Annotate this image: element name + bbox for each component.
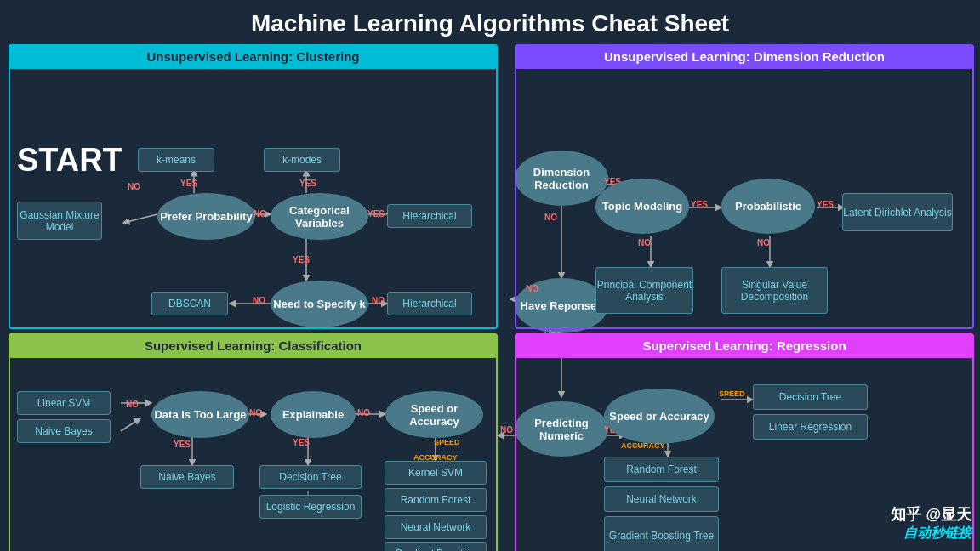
gradient-right-box: Gradient Boosting Tree <box>604 516 719 551</box>
label-yes-prob-right: YES <box>817 200 834 209</box>
gradient-left-box: Gradient Boosting Tree <box>385 542 487 551</box>
naive-bayes-out-box: Naive Bayes <box>140 465 234 489</box>
watermark-line2: 自动秒链接 <box>891 525 971 542</box>
regression-header: Supervised Learning: Regression <box>515 333 974 358</box>
logistic-reg-box: Logistic Regression <box>259 495 362 519</box>
data-too-large-oval: Data Is Too Large <box>151 391 249 438</box>
hierarchical2-box: Hierarchical <box>387 292 472 315</box>
clustering-header: Unsupervised Learning: Clustering <box>9 44 498 69</box>
speed-accuracy-left-oval: Speed or Accuracy <box>385 391 483 438</box>
kernel-svm-box: Kernel SVM <box>385 461 487 485</box>
label-accuracy-down: ACCURACY <box>413 453 458 462</box>
kmeans-box: k-means <box>138 148 214 172</box>
label-no-data-right: NO <box>249 408 262 418</box>
need-specify-oval: Need to Specify k <box>271 281 368 327</box>
random-forest-right-box: Random Forest <box>604 457 719 482</box>
dbscan-box: DBSCAN <box>151 292 228 315</box>
label-speed-regression: SPEED <box>719 389 745 398</box>
prefer-prob-oval: Prefer Probability <box>157 193 255 240</box>
linear-regression-box: Linear Regression <box>753 414 868 440</box>
label-no-prefer-right: NO <box>254 209 266 219</box>
speed-accuracy-right-oval: Speed or Accuracy <box>604 389 715 444</box>
label-yes-data-down: YES <box>174 440 191 449</box>
label-accuracy-regression: ACCURACY <box>621 441 665 450</box>
gaussian-box: Gaussian Mixture Model <box>17 202 102 240</box>
explainable-oval: Explainable <box>271 391 356 438</box>
topic-modeling-oval: Topic Modeling <box>595 179 689 234</box>
clustering-section-border <box>9 44 498 329</box>
hierarchical1-box: Hierarchical <box>387 204 472 228</box>
label-yes-cat-right: YES <box>368 209 385 219</box>
label-no-prefer-left: NO <box>128 182 140 191</box>
label-no-need-left: NO <box>253 296 265 305</box>
categorical-oval: Categorical Variables <box>271 193 368 240</box>
label-yes-prefer-up: YES <box>180 179 197 188</box>
label-no-data-left: NO <box>126 400 139 409</box>
decision-tree-right-box: Decision Tree <box>753 384 868 410</box>
label-no-prob-down: NO <box>757 238 770 247</box>
watermark-line1: 知乎 @显天 <box>891 504 971 525</box>
svd-box: Singular Value Decomposition <box>721 267 828 314</box>
label-speed-right: SPEED <box>434 438 460 446</box>
label-yes-topic-right: YES <box>691 200 708 209</box>
label-yes-cat-up: YES <box>299 179 316 188</box>
label-no-expl-right: NO <box>357 408 370 418</box>
decision-tree-left-box: Decision Tree <box>259 465 362 489</box>
classification-header: Supervised Learning: Classification <box>9 333 498 358</box>
neural-network-right-box: Neural Network <box>604 486 719 512</box>
label-no-topic-down: NO <box>638 238 651 247</box>
label-no-need-right: NO <box>372 296 385 305</box>
start-text: START <box>17 142 122 179</box>
pca-box: Principal Component Analysis <box>595 267 693 314</box>
random-forest-left-box: Random Forest <box>385 488 487 512</box>
neural-network-left-box: Neural Network <box>385 515 487 539</box>
naive-bayes-input-box: Naive Bayes <box>17 419 111 443</box>
probabilistic-oval: Probabilistic <box>721 179 815 234</box>
label-yes-cat-down: YES <box>293 255 310 264</box>
linear-svm-box: Linear SVM <box>17 391 111 415</box>
kmodes-box: k-modes <box>264 148 340 172</box>
dimred-header: Unsupervised Learning: Dimension Reducti… <box>515 44 974 69</box>
main-title: Machine Learning Algorithms Cheat Sheet <box>0 0 980 44</box>
label-yes-expl-down: YES <box>293 438 310 447</box>
latent-dirichlet-box: Latent Dirichlet Analysis <box>842 193 953 231</box>
watermark: 知乎 @显天 自动秒链接 <box>891 504 971 542</box>
